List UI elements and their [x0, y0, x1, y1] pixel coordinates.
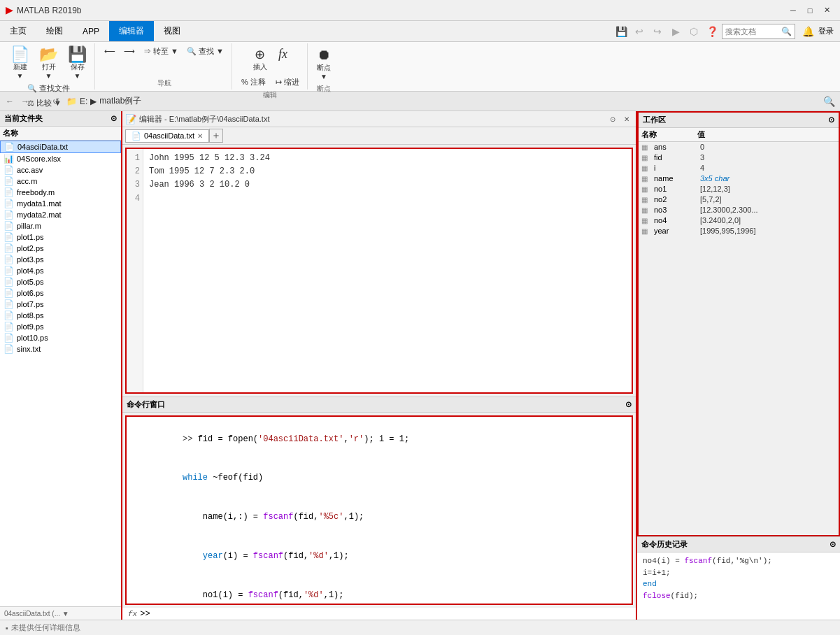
- line-num-2: 2: [129, 165, 140, 178]
- workspace-expand-icon[interactable]: ⊙: [828, 115, 834, 124]
- file-list: 📄04asciiData.txt📊04Score.xlsx📄acc.asv📄ac…: [0, 141, 121, 606]
- file-item[interactable]: 📄mydata2.mat: [0, 209, 121, 220]
- indent-btn[interactable]: ↦ 缩进: [272, 76, 303, 89]
- file-type-icon: 📄: [3, 243, 14, 253]
- menu-home[interactable]: 主页: [0, 21, 36, 41]
- nav-up-btn[interactable]: ↑: [34, 94, 48, 108]
- redo-icon-btn[interactable]: ↪: [649, 23, 666, 40]
- ws-var-name: name: [654, 174, 699, 183]
- close-button[interactable]: ✕: [819, 3, 834, 18]
- history-function: fclose: [643, 592, 671, 600]
- file-item[interactable]: 📊04Score.xlsx: [0, 153, 121, 164]
- file-item[interactable]: 📄plot10.ps: [0, 332, 121, 343]
- file-code-content[interactable]: John 1995 12 5 12.3 3.24 Tom 1995 12 7 2…: [143, 149, 632, 392]
- ws-var-icon: ▦: [641, 196, 653, 204]
- breakpoint-icon: ⏺: [317, 47, 331, 63]
- notification-icon[interactable]: 🔔: [799, 23, 816, 40]
- nav-back-btn[interactable]: ←: [3, 94, 17, 108]
- menu-view[interactable]: 视图: [154, 21, 190, 41]
- workspace-row[interactable]: ▦ year [1995,995,1996]: [639, 226, 839, 236]
- file-item[interactable]: 📄plot4.ps: [0, 265, 121, 276]
- file-item[interactable]: 📄04asciiData.txt: [0, 141, 121, 153]
- file-name: plot10.ps: [17, 334, 48, 342]
- save-icon-btn[interactable]: 💾: [613, 23, 629, 40]
- file-item[interactable]: 📄freebody.m: [0, 187, 121, 198]
- nav-right-btn[interactable]: ⟶: [120, 45, 138, 57]
- file-type-icon: 📄: [3, 210, 14, 220]
- nav-drive[interactable]: E:: [80, 97, 87, 106]
- file-line-1: John 1995 12 5 12.3 3.24: [149, 152, 626, 165]
- save-button[interactable]: 💾 保存 ▼: [64, 45, 90, 82]
- file-item[interactable]: 📄plot7.ps: [0, 299, 121, 310]
- editor-ctrl-expand[interactable]: ⊙: [606, 113, 619, 125]
- search-input[interactable]: [725, 27, 781, 36]
- undo-icon-btn[interactable]: ↩: [631, 23, 648, 40]
- history-expand-icon[interactable]: ⊙: [830, 540, 836, 549]
- nav-folder-btn[interactable]: 📁: [64, 94, 78, 108]
- editor-ctrl-close[interactable]: ✕: [620, 113, 633, 125]
- run-icon-btn[interactable]: ▶: [667, 23, 684, 40]
- workspace-row[interactable]: ▦ no2 [5,7,2]: [639, 194, 839, 205]
- file-item[interactable]: 📄acc.m: [0, 176, 121, 187]
- workspace-row[interactable]: ▦ fid 3: [639, 152, 839, 163]
- help-icon-btn[interactable]: ❓: [704, 23, 720, 40]
- goto-btn[interactable]: ⇒ 转至 ▼: [140, 45, 182, 58]
- editor-tab-main[interactable]: 📄 04asciiData.txt ✕: [125, 129, 209, 143]
- nav-sep1: ▶: [90, 97, 97, 106]
- nav-refresh-btn[interactable]: ↺: [49, 94, 63, 108]
- find-file-btn[interactable]: 🔍 查找文件: [24, 82, 73, 95]
- breakpoint-btn[interactable]: ⏺ 断点 ▼: [313, 45, 334, 83]
- nav-left-btn[interactable]: ⟵: [101, 45, 119, 57]
- command-input[interactable]: [153, 609, 630, 619]
- file-item[interactable]: 📄plot5.ps: [0, 276, 121, 287]
- workspace-row[interactable]: ▦ name 3x5 char: [639, 173, 839, 184]
- menubar: 主页 绘图 APP 编辑器 视图 💾 ↩ ↪ ▶ ⬡ ❓ 🔍 🔔 登录: [0, 21, 840, 42]
- fx-btn[interactable]: fx: [275, 45, 291, 74]
- nav-folder[interactable]: matlab例子: [99, 95, 141, 107]
- file-item[interactable]: 📄plot3.ps: [0, 254, 121, 265]
- workspace-row[interactable]: ▦ no1 [12,12,3]: [639, 184, 839, 194]
- minimize-button[interactable]: ─: [785, 3, 801, 18]
- menu-editor[interactable]: 编辑器: [109, 21, 154, 41]
- file-item[interactable]: 📄acc.asv: [0, 164, 121, 176]
- file-item[interactable]: 📄plot2.ps: [0, 243, 121, 254]
- login-btn[interactable]: 登录: [818, 23, 834, 40]
- tab-close-btn[interactable]: ✕: [197, 132, 203, 140]
- new-button[interactable]: 📄 新建 ▼: [7, 45, 33, 82]
- file-item[interactable]: 📄plot9.ps: [0, 321, 121, 332]
- menu-app[interactable]: APP: [73, 21, 109, 41]
- history-line: no4(i) = fscanf(fid,'%g\n');: [643, 555, 834, 567]
- insert-btn[interactable]: ⊕ 插入: [250, 45, 271, 74]
- command-expand-icon[interactable]: ⊙: [625, 400, 632, 409]
- ws-var-icon: ▦: [641, 227, 653, 235]
- workspace-row[interactable]: ▦ no4 [3.2400,2,0]: [639, 215, 839, 226]
- nav-forward-btn[interactable]: →: [18, 94, 32, 108]
- ws-var-value: [5,7,2]: [700, 195, 836, 204]
- sidebar-expand-icon[interactable]: ⊙: [111, 114, 117, 123]
- file-item[interactable]: 📄mydata1.mat: [0, 198, 121, 209]
- workspace-row[interactable]: ▦ no3 [12.3000,2.300...: [639, 205, 839, 215]
- file-type-icon: 📄: [3, 299, 14, 309]
- menu-plot[interactable]: 绘图: [36, 21, 73, 41]
- titlebar: ▶ MATLAB R2019b ─ □ ✕: [0, 0, 840, 21]
- file-name: plot5.ps: [17, 278, 44, 286]
- file-item[interactable]: 📄pillar.m: [0, 220, 121, 231]
- editor-controls: ⊙ ✕: [606, 113, 633, 125]
- find-btn[interactable]: 🔍 查找 ▼: [183, 45, 227, 58]
- toolbar-nav-group: ⟵ ⟶ ⇒ 转至 ▼ 🔍 查找 ▼ 导航: [97, 43, 232, 90]
- command-content[interactable]: >> fid = fopen('04asciiData.txt','r'); i…: [125, 415, 633, 605]
- nav-search-btn[interactable]: 🔍: [820, 93, 837, 110]
- tab-add-btn[interactable]: ＋: [209, 129, 223, 143]
- file-item[interactable]: 📄plot6.ps: [0, 287, 121, 299]
- file-item[interactable]: 📄sinx.txt: [0, 343, 121, 355]
- debug-icon-btn[interactable]: ⬡: [685, 23, 702, 40]
- file-item[interactable]: 📄plot1.ps: [0, 231, 121, 243]
- file-item[interactable]: 📄plot8.ps: [0, 310, 121, 321]
- command-input-row: fx >>: [122, 608, 636, 620]
- open-button[interactable]: 📂 打开 ▼: [36, 45, 62, 82]
- maximize-button[interactable]: □: [802, 3, 818, 18]
- ws-var-name: no1: [654, 185, 699, 193]
- comment-btn[interactable]: % 注释: [238, 76, 269, 89]
- workspace-row[interactable]: ▦ i 4: [639, 163, 839, 173]
- workspace-row[interactable]: ▦ ans 0: [639, 142, 839, 152]
